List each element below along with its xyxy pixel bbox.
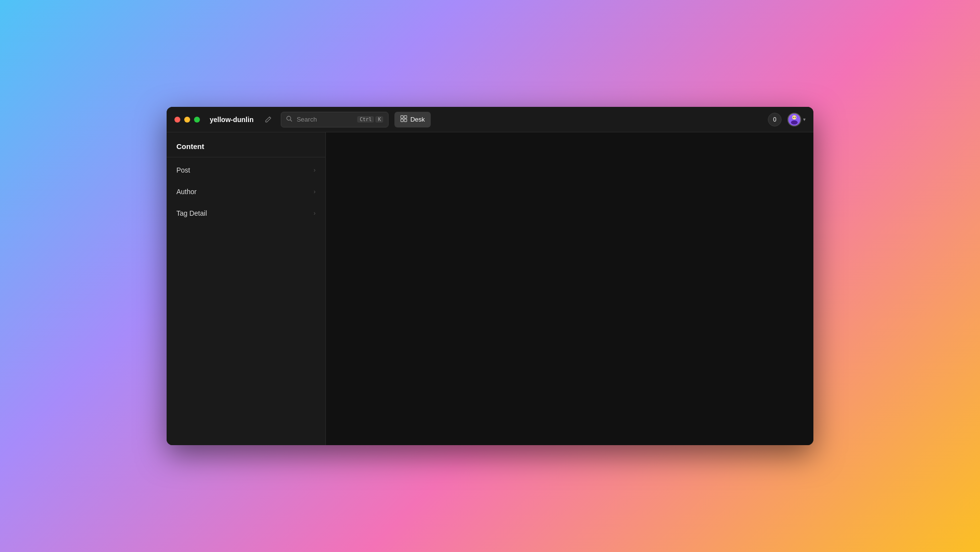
svg-point-9 xyxy=(795,117,796,118)
content-area xyxy=(326,132,813,445)
main-area: Content Post › Author › Tag Detail › xyxy=(167,132,813,445)
app-window: yellow-dunlin Search Ctrl K xyxy=(167,107,813,445)
search-shortcut: Ctrl K xyxy=(357,116,383,123)
sidebar-title: Content xyxy=(176,142,204,151)
close-button[interactable] xyxy=(174,117,180,123)
sidebar-divider xyxy=(167,157,325,157)
svg-point-6 xyxy=(792,115,797,120)
chevron-down-icon: ▾ xyxy=(803,117,806,122)
svg-rect-2 xyxy=(404,116,407,118)
titlebar: yellow-dunlin Search Ctrl K xyxy=(167,107,813,132)
desk-button[interactable]: Desk xyxy=(394,112,431,127)
chevron-right-icon-tag-detail: › xyxy=(314,210,316,217)
search-icon xyxy=(286,116,293,124)
notification-button[interactable]: 0 xyxy=(768,113,782,126)
app-title: yellow-dunlin xyxy=(210,116,253,124)
search-placeholder: Search xyxy=(296,116,353,123)
sidebar-header: Content xyxy=(167,132,325,157)
svg-rect-4 xyxy=(404,119,407,122)
search-bar[interactable]: Search Ctrl K xyxy=(281,112,389,127)
desk-label: Desk xyxy=(410,116,425,123)
svg-rect-1 xyxy=(401,116,403,118)
k-key: K xyxy=(375,116,383,123)
user-avatar-wrapper[interactable]: ▾ xyxy=(787,113,806,126)
avatar xyxy=(787,113,801,126)
svg-rect-7 xyxy=(791,120,798,125)
sidebar-item-label-tag-detail: Tag Detail xyxy=(176,209,207,217)
svg-rect-3 xyxy=(401,119,403,122)
avatar-image xyxy=(788,114,800,125)
maximize-button[interactable] xyxy=(194,117,200,123)
chevron-right-icon-post: › xyxy=(314,167,316,174)
sidebar: Content Post › Author › Tag Detail › xyxy=(167,132,326,445)
ctrl-key: Ctrl xyxy=(357,116,374,123)
sidebar-item-label-post: Post xyxy=(176,166,190,174)
traffic-lights xyxy=(174,117,200,123)
svg-point-8 xyxy=(793,117,794,118)
sidebar-item-author[interactable]: Author › xyxy=(167,181,325,202)
notification-count: 0 xyxy=(773,116,777,123)
desk-icon xyxy=(400,115,407,124)
sidebar-item-label-author: Author xyxy=(176,188,196,196)
chevron-right-icon-author: › xyxy=(314,188,316,195)
minimize-button[interactable] xyxy=(184,117,190,123)
sidebar-item-tag-detail[interactable]: Tag Detail › xyxy=(167,202,325,224)
sidebar-item-post[interactable]: Post › xyxy=(167,159,325,181)
edit-button[interactable] xyxy=(261,113,275,126)
